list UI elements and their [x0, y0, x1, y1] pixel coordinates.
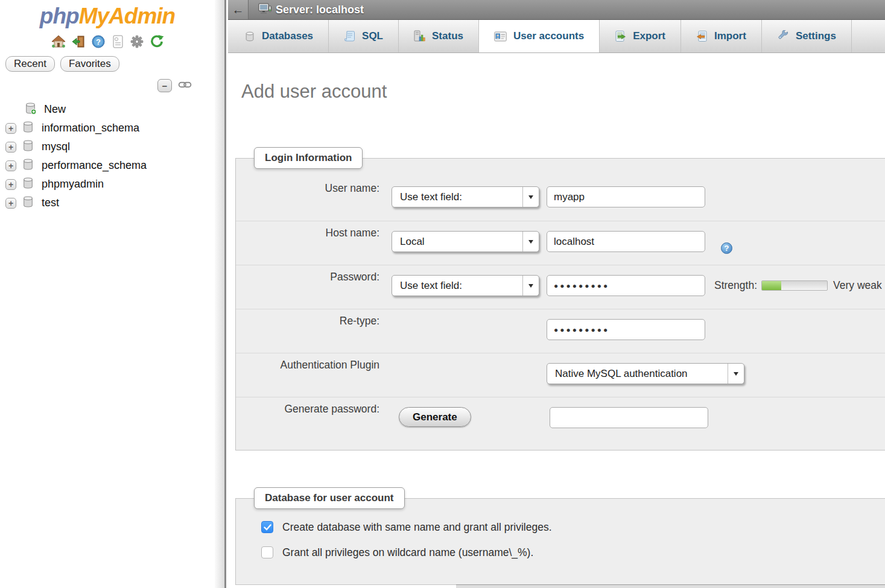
password-type-value: Use text field:: [400, 280, 462, 292]
tab-export[interactable]: Export: [600, 20, 681, 52]
server-breadcrumb[interactable]: Server: localhost: [258, 0, 364, 19]
settings-wrench-icon: [777, 30, 789, 42]
status-icon: [414, 30, 425, 42]
tree-item-mysql[interactable]: + mysql: [0, 138, 215, 156]
tree-controls: −: [0, 79, 192, 92]
username-label: User name:: [236, 177, 379, 221]
hostname-help-icon[interactable]: ?: [721, 242, 732, 254]
tab-label: Import: [714, 30, 746, 42]
database-icon: [22, 158, 34, 174]
password-strength-fill: [762, 281, 781, 290]
username-type-select[interactable]: Use text field:: [392, 186, 539, 207]
password-type-select[interactable]: Use text field:: [392, 275, 539, 296]
sidebar: phpMyAdmin ? Recent Favorites − New + in…: [0, 0, 215, 588]
favorites-button[interactable]: Favorites: [60, 56, 119, 72]
svg-text:?: ?: [96, 37, 101, 46]
sql-icon: [344, 30, 355, 42]
tree-item-information-schema[interactable]: + information_schema: [0, 119, 215, 138]
tree-item-test[interactable]: + test: [0, 194, 215, 212]
tab-label: Databases: [262, 30, 313, 42]
logo-myadmin: MyAdmin: [79, 4, 176, 28]
password-strength-meter: [761, 280, 828, 291]
tree-item-label[interactable]: information_schema: [42, 122, 139, 134]
password-row: Password: Use text field: Strength: Very…: [236, 265, 885, 309]
tab-label: Export: [633, 30, 665, 42]
settings-gear-icon[interactable]: [130, 34, 144, 49]
hostname-label: Host name:: [236, 221, 379, 265]
sidebar-quick-access: Recent Favorites: [5, 56, 215, 72]
tree-item-label[interactable]: phpmyadmin: [42, 178, 104, 191]
tree-item-new[interactable]: New: [0, 100, 215, 119]
tab-user-accounts[interactable]: User accounts: [479, 20, 600, 52]
tab-label: User accounts: [513, 30, 584, 42]
chevron-down-icon: [522, 187, 539, 207]
auth-plugin-row: Authentication Plugin Native MySQL authe…: [236, 353, 885, 397]
grant-wildcard-checkbox[interactable]: [261, 546, 273, 558]
tab-import[interactable]: Import: [681, 20, 762, 52]
create-database-checkbox[interactable]: [261, 521, 273, 533]
grant-wildcard-label[interactable]: Grant all privileges on wildcard name (u…: [282, 546, 533, 559]
expand-icon[interactable]: +: [5, 179, 16, 190]
main-panel: ← Server: localhost Databases SQL Status…: [228, 0, 885, 588]
database-tree: New + information_schema + mysql + perfo…: [0, 100, 215, 212]
strength-label: Strength:: [714, 279, 757, 292]
home-icon[interactable]: [51, 34, 66, 49]
recent-button[interactable]: Recent: [5, 56, 55, 72]
retype-password-input[interactable]: [547, 319, 705, 340]
generated-password-input[interactable]: [550, 407, 708, 428]
expand-icon[interactable]: +: [5, 160, 16, 171]
link-with-main-icon[interactable]: [178, 80, 192, 92]
hostname-type-select[interactable]: Local: [392, 231, 539, 252]
export-icon: [615, 30, 626, 42]
generate-button[interactable]: Generate: [399, 407, 471, 427]
tab-status[interactable]: Status: [399, 20, 479, 52]
docs-icon[interactable]: [111, 34, 124, 49]
password-input[interactable]: [547, 275, 705, 296]
chevron-down-icon: [522, 232, 539, 251]
tab-databases[interactable]: Databases: [229, 20, 329, 52]
retype-row: Re-type:: [236, 309, 885, 353]
collapse-all-icon[interactable]: −: [157, 79, 172, 92]
tab-label: Settings: [796, 30, 836, 42]
username-type-value: Use text field:: [400, 191, 462, 203]
sidebar-resize-handle[interactable]: [215, 0, 226, 588]
back-arrow-icon[interactable]: ←: [228, 0, 249, 19]
new-database-icon: [24, 102, 37, 118]
create-database-label[interactable]: Create database with same name and grant…: [282, 521, 552, 534]
tab-settings[interactable]: Settings: [762, 20, 852, 52]
auth-plugin-value: Native MySQL authentication: [555, 368, 688, 380]
generate-password-label: Generate password:: [236, 397, 379, 441]
username-input[interactable]: [547, 186, 705, 207]
phpmyadmin-logo[interactable]: phpMyAdmin: [0, 4, 215, 29]
auth-plugin-select[interactable]: Native MySQL authentication: [547, 363, 744, 384]
logout-icon[interactable]: [71, 34, 86, 49]
expand-icon[interactable]: +: [5, 142, 16, 153]
hostname-type-value: Local: [400, 236, 425, 248]
tree-item-label[interactable]: performance_schema: [42, 159, 147, 172]
hostname-row: Host name: Local ?: [236, 221, 885, 265]
database-icon: [22, 177, 34, 192]
tree-item-label[interactable]: New: [44, 103, 66, 116]
tab-label: Status: [432, 30, 463, 42]
database-icon: [22, 121, 34, 136]
hostname-input[interactable]: [547, 231, 705, 252]
expand-icon[interactable]: +: [5, 198, 16, 209]
refresh-icon[interactable]: [150, 34, 164, 49]
page-title: Add user account: [241, 82, 885, 101]
tree-item-label[interactable]: mysql: [42, 141, 70, 153]
strength-value: Very weak: [833, 279, 882, 292]
tab-sql[interactable]: SQL: [329, 20, 399, 52]
grant-wildcard-option: Grant all privileges on wildcard name (u…: [261, 540, 885, 565]
generate-password-row: Generate password: Generate: [236, 397, 885, 441]
tab-bar: Databases SQL Status User accounts Expor…: [228, 20, 885, 53]
tree-item-label[interactable]: test: [42, 197, 59, 209]
horizontal-scrollbar[interactable]: [456, 584, 885, 588]
tree-item-performance-schema[interactable]: + performance_schema: [0, 156, 215, 175]
database-icon: [22, 139, 34, 155]
expand-icon[interactable]: +: [5, 123, 16, 134]
logo-php: php: [40, 4, 79, 28]
databases-icon: [244, 31, 255, 42]
chevron-down-icon: [728, 364, 744, 384]
help-icon[interactable]: ?: [91, 34, 106, 49]
tree-item-phpmyadmin[interactable]: + phpmyadmin: [0, 175, 215, 194]
